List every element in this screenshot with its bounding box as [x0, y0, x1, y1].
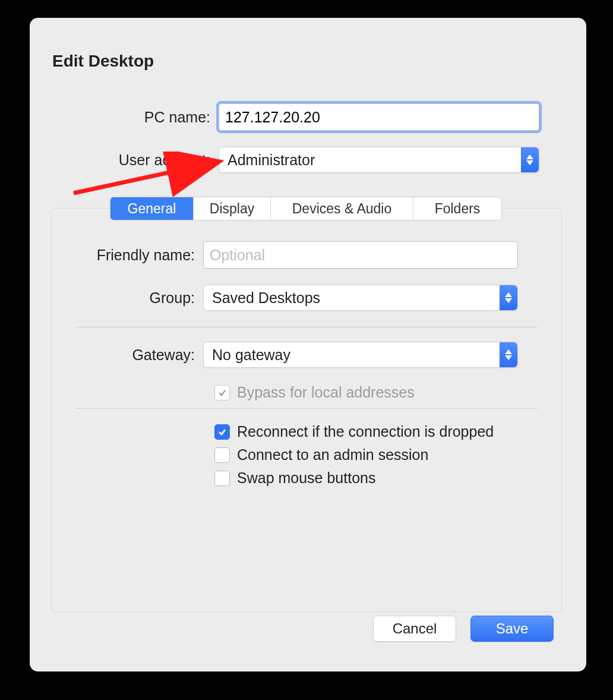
user-account-label: User account: — [52, 152, 219, 169]
svg-marker-1 — [526, 160, 533, 165]
gateway-select[interactable]: No gateway — [203, 342, 518, 368]
bypass-label: Bypass for local addresses — [237, 384, 415, 401]
admin-checkbox[interactable] — [214, 447, 230, 463]
group-label: Group: — [75, 289, 203, 307]
swap-checkbox-row[interactable]: Swap mouse buttons — [214, 469, 538, 487]
user-account-select[interactable]: Administrator — [219, 147, 539, 173]
bypass-checkbox-row: Bypass for local addresses — [214, 384, 538, 401]
friendly-name-row: Friendly name: — [75, 241, 538, 269]
divider — [75, 408, 538, 409]
dialog-footer: Cancel Save — [373, 616, 554, 642]
group-select[interactable]: Saved Desktops — [203, 285, 518, 311]
svg-marker-7 — [505, 355, 512, 360]
reconnect-checkbox-row[interactable]: Reconnect if the connection is dropped — [214, 423, 538, 440]
pc-name-label: PC name: — [52, 109, 219, 126]
pc-name-row: PC name: — [52, 103, 560, 131]
group-value: Saved Desktops — [212, 289, 320, 307]
tab-general[interactable]: General — [110, 197, 194, 220]
reconnect-checkbox[interactable] — [214, 424, 230, 440]
swap-label: Swap mouse buttons — [237, 469, 375, 487]
admin-checkbox-row[interactable]: Connect to an admin session — [214, 446, 538, 463]
tab-folders[interactable]: Folders — [413, 197, 501, 220]
user-account-value: Administrator — [227, 152, 315, 169]
general-panel: Friendly name: Group: Saved Desktops Gat… — [51, 208, 562, 612]
svg-marker-5 — [505, 298, 512, 303]
tab-devices-audio[interactable]: Devices & Audio — [271, 197, 413, 220]
tab-display[interactable]: Display — [194, 197, 271, 220]
admin-label: Connect to an admin session — [237, 446, 428, 463]
gateway-label: Gateway: — [75, 346, 203, 364]
updown-icon — [500, 342, 517, 367]
svg-marker-6 — [505, 349, 512, 354]
cancel-button[interactable]: Cancel — [373, 616, 456, 642]
updown-icon — [500, 285, 517, 310]
bypass-checkbox — [214, 385, 230, 401]
save-button[interactable]: Save — [470, 616, 554, 642]
friendly-name-input[interactable] — [203, 241, 518, 269]
gateway-value: No gateway — [212, 346, 290, 364]
group-row: Group: Saved Desktops — [75, 285, 538, 311]
user-account-row: User account: Administrator — [52, 147, 560, 173]
gateway-row: Gateway: No gateway — [75, 342, 538, 368]
settings-tabs: General Display Devices & Audio Folders — [110, 197, 502, 220]
edit-desktop-dialog: Edit Desktop PC name: User account: Admi… — [30, 18, 586, 671]
dialog-title: Edit Desktop — [52, 52, 560, 71]
divider — [75, 327, 538, 327]
friendly-name-label: Friendly name: — [75, 247, 203, 264]
swap-checkbox[interactable] — [214, 471, 230, 486]
pc-name-input[interactable] — [219, 103, 539, 131]
svg-marker-4 — [505, 292, 512, 297]
reconnect-label: Reconnect if the connection is dropped — [237, 423, 494, 440]
updown-icon — [521, 147, 539, 172]
svg-marker-0 — [526, 154, 533, 159]
